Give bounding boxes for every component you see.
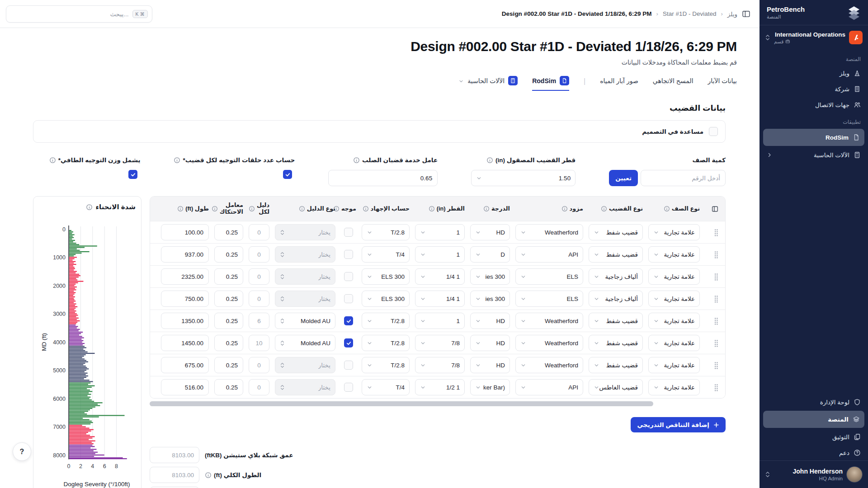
supplier-select[interactable]: Weatherford	[515, 335, 583, 351]
info-icon[interactable]	[49, 157, 56, 164]
guides-per-input[interactable]: 6	[249, 313, 269, 329]
breadcrumb-item[interactable]: ويلز	[727, 10, 737, 18]
sidebar-item-لوحة-الإدارة[interactable]: لوحة الإدارة	[760, 394, 868, 410]
guided-checkbox[interactable]	[344, 383, 353, 392]
drag-handle-icon[interactable]	[714, 384, 719, 391]
sidebar-item-دعم[interactable]: دعم	[760, 445, 868, 460]
stress-calc-select[interactable]: ELS 300	[362, 268, 410, 285]
friction-input[interactable]: 0.25	[214, 224, 243, 240]
tab-الآلات-الحاسبة[interactable]: الآلات الحاسبة	[458, 76, 518, 91]
info-icon[interactable]	[174, 157, 180, 164]
friction-input[interactable]: 0.25	[214, 268, 243, 285]
row-type-select[interactable]: علامة تجارية	[648, 268, 700, 285]
diameter-select[interactable]: 7/8	[415, 335, 465, 351]
table-scrollbar-thumb[interactable]	[150, 401, 653, 406]
rod-type-select[interactable]: ألياف زجاجية	[589, 268, 643, 285]
rod-type-select[interactable]: قضيب شفط	[589, 313, 643, 329]
total-field-input[interactable]: 8103.00	[150, 447, 199, 463]
rod-type-select[interactable]: ألياف زجاجية	[589, 291, 643, 307]
stress-calc-select[interactable]: T/2.8	[362, 357, 410, 373]
guided-checkbox[interactable]	[344, 272, 353, 281]
supplier-select[interactable]: Weatherford	[515, 357, 583, 373]
guides-per-input[interactable]: 0	[249, 379, 269, 395]
supplier-select[interactable]: ELS	[515, 291, 583, 307]
breadcrumb-item[interactable]: Star #1D - Deviated	[663, 10, 717, 17]
guides-per-input[interactable]: 10	[249, 335, 269, 351]
row-type-select[interactable]: علامة تجارية	[648, 224, 700, 240]
tab-المسح-الاتجاهي[interactable]: المسح الاتجاهي	[653, 77, 693, 90]
guide-type-select[interactable]: يختار	[275, 268, 335, 285]
row-type-select[interactable]: علامة تجارية	[648, 357, 700, 373]
drag-handle-icon[interactable]	[714, 295, 719, 303]
guide-type-select[interactable]: يختار	[275, 357, 335, 373]
info-icon[interactable]	[205, 472, 212, 479]
guided-checkbox[interactable]	[344, 250, 353, 259]
guides-per-input[interactable]: 0	[249, 268, 269, 285]
sidebar-item-ويلز[interactable]: ويلز	[760, 65, 868, 81]
supplier-select[interactable]: Weatherford	[515, 224, 583, 240]
length-input[interactable]: 100.00	[161, 224, 209, 240]
grade-select[interactable]: D	[470, 246, 510, 263]
breadcrumb-item[interactable]: Design #002.00 Star #1D - Deviated 1/18/…	[502, 10, 652, 17]
guides-per-input[interactable]: 0	[249, 224, 269, 240]
grade-select[interactable]: HD	[470, 224, 510, 240]
supplier-select[interactable]: ELS	[515, 268, 583, 285]
grade-select[interactable]: ies 300	[470, 291, 510, 307]
row-type-select[interactable]: علامة تجارية	[648, 291, 700, 307]
info-icon[interactable]	[363, 206, 369, 212]
sidebar-item-الآلات-الحاسبة[interactable]: الآلات الحاسبة	[760, 147, 868, 163]
info-icon[interactable]	[483, 206, 490, 212]
guides-per-input[interactable]: 0	[249, 357, 269, 373]
user-menu[interactable]: John Henderson HQ Admin	[760, 461, 868, 488]
info-icon[interactable]	[177, 206, 184, 212]
guided-checkbox[interactable]	[344, 316, 353, 325]
drag-handle-icon[interactable]	[714, 251, 719, 258]
sidebar-item-التوثيق[interactable]: التوثيق	[760, 429, 868, 445]
diameter-select[interactable]: 1/2 1	[415, 379, 465, 395]
grade-select[interactable]: HD	[470, 335, 510, 351]
org-switcher[interactable]: International Operations قسم	[760, 25, 868, 50]
guides-per-input[interactable]: 0	[249, 246, 269, 263]
rod-type-select[interactable]: قضيب شفط	[589, 357, 643, 373]
row-type-select[interactable]: علامة تجارية	[648, 379, 700, 395]
grade-select[interactable]: HD	[470, 313, 510, 329]
sidebar-item-RodSim[interactable]: RodSim	[763, 129, 864, 146]
guided-checkbox[interactable]	[344, 228, 353, 237]
guides-per-input[interactable]: 0	[249, 291, 269, 307]
drag-handle-icon[interactable]	[714, 229, 719, 236]
stress-calc-select[interactable]: T/2.8	[362, 224, 410, 240]
row-quantity-input[interactable]: أدخل الرقم	[641, 170, 726, 186]
rod-type-select[interactable]: قضيب شفط	[589, 335, 643, 351]
info-icon[interactable]	[86, 204, 93, 211]
stress-calc-select[interactable]: T/4	[362, 246, 410, 263]
guide-type-select[interactable]: يختار	[275, 224, 335, 240]
tab-صور-آبار-المياه[interactable]: صور آبار المياه	[600, 77, 638, 90]
info-icon[interactable]	[353, 157, 360, 164]
length-input[interactable]: 516.00	[161, 379, 209, 395]
guide-type-select[interactable]: Molded AU	[275, 335, 335, 351]
stress-calc-select[interactable]: ELS 300	[362, 291, 410, 307]
help-button[interactable]: ?	[13, 442, 31, 461]
diameter-select[interactable]: 1	[415, 313, 465, 329]
length-input[interactable]: 2325.00	[161, 268, 209, 285]
row-type-select[interactable]: علامة تجارية	[648, 313, 700, 329]
guide-type-select[interactable]: Molded AU	[275, 313, 335, 329]
rod-type-select[interactable]: قضيب الغاطس	[589, 379, 643, 395]
info-icon[interactable]	[561, 206, 568, 212]
polished-rod-diameter-select[interactable]: 1.50	[471, 170, 576, 186]
service-factor-input[interactable]: 0.65	[328, 170, 438, 186]
guide-type-select[interactable]: يختار	[275, 379, 335, 395]
stress-calc-select[interactable]: T/4	[362, 379, 410, 395]
length-input[interactable]: 1450.00	[161, 335, 209, 351]
stress-calc-select[interactable]: T/2.8	[362, 313, 410, 329]
friction-input[interactable]: 0.25	[214, 313, 243, 329]
info-icon[interactable]	[664, 206, 670, 212]
grade-select[interactable]: ies 300	[470, 268, 510, 285]
add-taper-button[interactable]: إضافة التناقص التدريجي	[631, 417, 726, 432]
drag-handle-icon[interactable]	[714, 361, 719, 369]
row-type-select[interactable]: علامة تجارية	[648, 335, 700, 351]
guide-type-select[interactable]: يختار	[275, 291, 335, 307]
diameter-select[interactable]: 1/4 1	[415, 268, 465, 285]
info-icon[interactable]	[429, 206, 435, 212]
diameter-select[interactable]: 7/8	[415, 357, 465, 373]
